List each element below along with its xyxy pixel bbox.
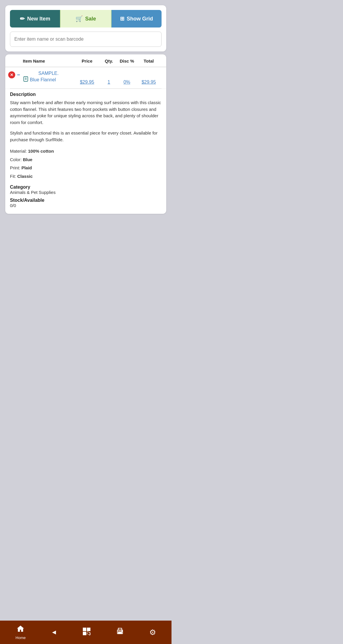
item-disc[interactable]: 0% — [118, 71, 136, 85]
description-para-2: Stylish and functional this is an essent… — [10, 130, 162, 143]
grid-icon: ⊞ — [120, 16, 124, 22]
fit-value: Classic — [17, 174, 33, 179]
search-input[interactable] — [10, 32, 162, 47]
new-item-button[interactable]: ✏ New Item — [10, 10, 60, 27]
remove-icon: ✕ — [8, 71, 15, 78]
col-qty: Qty. — [100, 58, 118, 64]
col-disc: Disc % — [118, 58, 136, 64]
material-label: Material: — [10, 149, 27, 154]
new-item-label: New Item — [27, 16, 50, 22]
sale-button[interactable]: 🛒 Sale — [60, 10, 111, 27]
category-value: Animals & Pet Supplies — [10, 190, 162, 195]
color-value: Blue — [23, 157, 32, 162]
attr-print: Print: Plaid — [10, 164, 162, 172]
item-name-col: SAMPLE. Blue Flannel — [23, 71, 74, 83]
print-value: Plaid — [21, 165, 32, 170]
show-grid-button[interactable]: ⊞ Show Grid — [112, 10, 162, 27]
item-name: Blue Flannel — [30, 77, 56, 82]
stock-value: 0/0 — [10, 203, 162, 208]
remove-button[interactable]: ✕ — [8, 71, 15, 78]
item-controls: ✕ − — [8, 71, 21, 78]
pencil-icon: ✏ — [20, 15, 25, 22]
item-description-block: Description Stay warm before and after t… — [5, 89, 166, 214]
item-icon-name: Blue Flannel — [23, 76, 74, 83]
table-row: ✕ − SAMPLE. Blue Flannel $29.95 1 0 — [5, 67, 166, 88]
description-title: Description — [10, 92, 162, 97]
col-total: Total — [136, 58, 162, 64]
item-price[interactable]: $29.95 — [74, 71, 100, 85]
svg-rect-0 — [24, 77, 28, 81]
material-value: 100% cotton — [28, 149, 54, 154]
category-title: Category — [10, 185, 162, 190]
stock-title: Stock/Available — [10, 198, 162, 203]
action-buttons: ✏ New Item 🛒 Sale ⊞ Show Grid — [10, 10, 162, 27]
attr-color: Color: Blue — [10, 156, 162, 164]
item-attributes: Material: 100% cotton Color: Blue Print:… — [10, 147, 162, 180]
col-item-name: Item Name — [23, 58, 74, 64]
minus-icon: − — [17, 72, 20, 78]
cart-icon: 🛒 — [76, 15, 83, 22]
attr-material: Material: 100% cotton — [10, 147, 162, 156]
main-card: Item Name Price Qty. Disc % Total ✕ − SA… — [5, 54, 166, 214]
show-grid-label: Show Grid — [127, 16, 153, 22]
item-qty[interactable]: 1 — [100, 71, 118, 85]
item-brand: SAMPLE. — [23, 71, 74, 76]
print-label: Print: — [10, 165, 20, 170]
sale-label: Sale — [85, 16, 96, 22]
col-price: Price — [74, 58, 100, 64]
minus-button[interactable]: − — [16, 72, 21, 78]
attr-fit: Fit: Classic — [10, 172, 162, 181]
category-section: Category Animals & Pet Supplies Stock/Av… — [10, 185, 162, 208]
table-header: Item Name Price Qty. Disc % Total — [5, 54, 166, 67]
fit-label: Fit: — [10, 174, 16, 179]
item-icon — [23, 76, 29, 83]
color-label: Color: — [10, 157, 22, 162]
item-total: $29.95 — [136, 71, 162, 85]
top-card: ✏ New Item 🛒 Sale ⊞ Show Grid — [5, 5, 166, 51]
description-para-1: Stay warm before and after those early m… — [10, 99, 162, 126]
